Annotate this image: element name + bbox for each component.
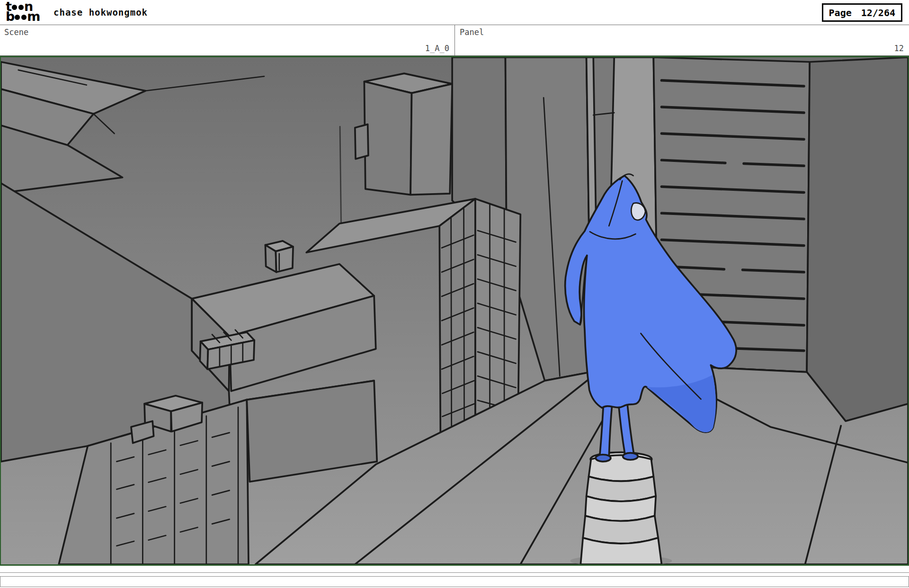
header: t n b m chase hokwongmok Page 12/264 [0,0,909,25]
storyboard-page: t n b m chase hokwongmok Page 12/264 Sce… [0,0,909,588]
logo-dot-icon [15,15,20,20]
logo-dot-icon [21,15,27,20]
logo-text: b [6,11,14,21]
character-foot [623,453,638,460]
panel-label: Panel [460,27,484,37]
page-label: Page [829,7,852,18]
toonboom-logo: t n b m [6,1,39,21]
project-title: chase hokwongmok [53,7,148,18]
logo-dot-icon [18,5,24,10]
scene-value: 1_A_0 [425,44,449,53]
panel-value: 12 [894,44,904,53]
panel-cell: Panel 12 [455,25,909,55]
scene-cell: Scene 1_A_0 [0,25,455,55]
character-foot [596,454,611,462]
logo-line-boom: b m [6,11,39,21]
storyboard-panel-frame [0,56,909,566]
caption-divider [0,572,909,573]
logo-text: m [27,11,39,21]
info-row: Scene 1_A_0 Panel 12 [0,25,909,56]
storyboard-drawing [1,57,908,564]
page-value: 12/264 [861,7,895,18]
character-face [631,203,645,220]
caption-box [0,576,909,587]
page-indicator: Page 12/264 [822,3,902,22]
scene-label: Scene [4,27,28,37]
